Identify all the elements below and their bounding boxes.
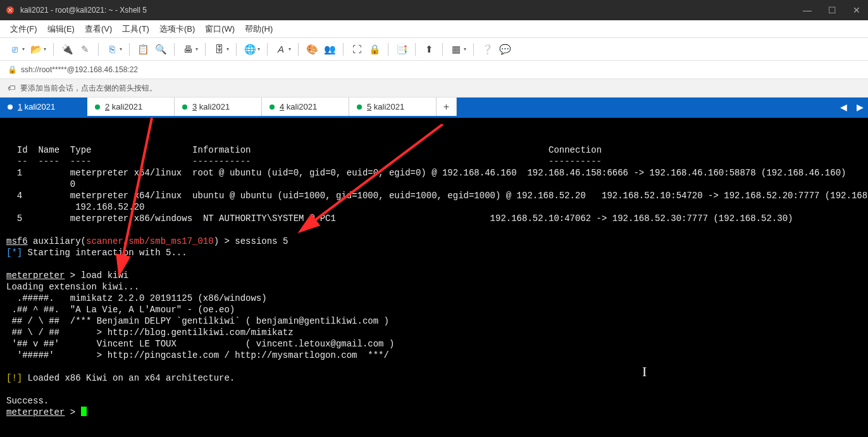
tab-nav-right[interactable]: ▶ [852,98,868,116]
tab-status-dot [95,104,100,110]
upload-icon[interactable]: ⬆ [421,41,437,58]
copy-icon[interactable]: ⎘ [104,41,120,58]
connect-icon[interactable]: 🔌 [59,41,75,58]
font-icon[interactable]: A [273,41,289,58]
tab-3[interactable]: 3 kali2021 [175,98,262,116]
feedback-icon[interactable]: 💬 [497,41,513,58]
menu-tab[interactable]: 选项卡(B) [156,22,199,36]
app-icon [5,5,15,15]
terminal[interactable]: Id Name Type Information Connection -- -… [0,118,868,437]
menu-file[interactable]: 文件(F) [6,22,41,36]
search-icon[interactable]: 🔍 [152,41,169,58]
transfer-icon[interactable]: 📑 [394,41,410,58]
tab-1[interactable]: 1 kali2021 [0,98,87,116]
tab-add-button[interactable]: + [437,98,457,116]
tab-label: 1 kali2021 [18,102,55,111]
text-cursor-icon: I [642,366,647,377]
terminal-output: Id Name Type Information Connection -- -… [6,133,862,418]
cursor-icon [81,407,87,416]
close-button[interactable]: ✕ [850,5,863,15]
window-title: kali2021 - root@kali2021: ~ - Xshell 5 [20,6,800,15]
color-icon[interactable]: 🎨 [304,41,320,58]
window-controls: — ☐ ✕ [800,5,863,15]
toolbar: ⎚▾ 📂▾ 🔌 ✎ ⎘▾ 📋 🔍 🖶▾ 🗄▾ 🌐▾ A▾ 🎨 👥 ⛶ 🔒 📑 ⬆… [0,38,868,61]
address-bar: 🔒 ssh://root*****@192.168.46.158:22 [0,61,868,79]
minimize-button[interactable]: — [800,5,814,15]
lock-icon[interactable]: 🔒 [366,41,383,58]
tab-label: 4 kali2021 [280,102,317,111]
maximize-button[interactable]: ☐ [826,5,839,15]
tab-label: 5 kali2021 [367,102,404,111]
menu-help[interactable]: 帮助(H) [241,22,276,36]
tab-label: 2 kali2021 [105,102,142,111]
help-icon[interactable]: ❔ [479,41,495,58]
bookmark-icon[interactable]: 🏷 [8,84,15,92]
info-bar: 🏷 要添加当前会话，点击左侧的箭头按钮。 [0,79,868,98]
tab-nav-left[interactable]: ◀ [835,98,852,116]
tab-5[interactable]: 5 kali2021 [349,98,437,116]
menu-tools[interactable]: 工具(T) [118,22,153,36]
tab-status-dot [270,104,275,110]
info-text: 要添加当前会话，点击左侧的箭头按钮。 [20,83,157,94]
disconnect-icon[interactable]: ✎ [77,41,93,58]
menu-edit[interactable]: 编辑(E) [44,22,78,36]
paste-icon[interactable]: 📋 [135,41,151,58]
tab-status-dot [8,104,13,110]
tab-strip: 1 kali2021 2 kali2021 3 kali2021 4 kali2… [0,98,868,118]
titlebar: kali2021 - root@kali2021: ~ - Xshell 5 —… [0,0,868,20]
print-icon[interactable]: 🖶 [180,41,196,58]
layout-icon[interactable]: ▦ [448,41,464,58]
menubar: 文件(F) 编辑(E) 查看(V) 工具(T) 选项卡(B) 窗口(W) 帮助(… [0,20,868,38]
address-url[interactable]: ssh://root*****@192.168.46.158:22 [21,65,138,74]
tab-label: 3 kali2021 [192,102,230,111]
properties-icon[interactable]: 🗄 [211,41,227,58]
menu-view[interactable]: 查看(V) [81,22,116,36]
tab-status-dot [182,104,187,110]
tab-2[interactable]: 2 kali2021 [87,98,175,116]
tab-4[interactable]: 4 kali2021 [262,98,349,116]
users-icon[interactable]: 👥 [321,41,338,58]
new-session-icon[interactable]: ⎚ [6,41,23,58]
menu-window[interactable]: 窗口(W) [201,22,239,36]
globe-icon[interactable]: 🌐 [242,41,258,58]
open-icon[interactable]: 📂 [28,41,44,58]
lock-small-icon: 🔒 [8,65,17,74]
tab-status-dot [357,104,362,110]
fullscreen-icon[interactable]: ⛶ [349,41,365,58]
